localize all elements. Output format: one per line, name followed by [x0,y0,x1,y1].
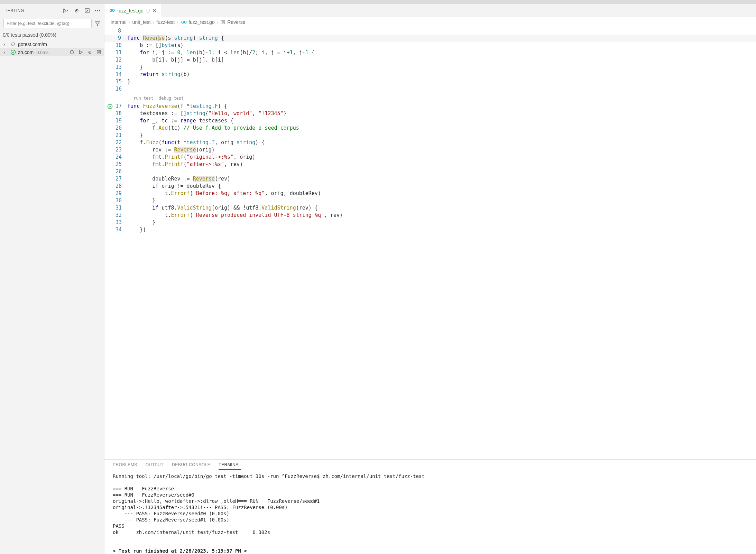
code-line[interactable]: 18 testcases := []string{"Hello, world",… [104,110,756,117]
code-content[interactable]: b := []byte(s) [127,42,756,49]
code-content[interactable]: return string(b) [127,71,756,78]
code-content[interactable]: f.Add(tc) // Use f.Add to provide a seed… [127,124,756,132]
code-line[interactable]: 14 return string(b) [104,71,756,78]
show-output-icon[interactable] [84,8,90,14]
code-content[interactable] [127,85,756,93]
tab-terminal[interactable]: TERMINAL [219,462,241,470]
terminal-output[interactable]: Running tool: /usr/local/go/bin/go test … [104,470,756,554]
svg-point-2 [95,10,96,11]
refresh-icon[interactable] [69,49,75,55]
code-content[interactable]: t.Errorf("Reverse produced invalid UTF-8… [127,212,756,219]
code-content[interactable]: for _, tc := range testcases { [127,117,756,124]
code-line[interactable]: 31 if utf8.ValidString(orig) && !utf8.Va… [104,204,756,212]
codelens[interactable]: run test|debug test [104,95,756,102]
code-content[interactable]: fmt.Printf("after->:%s", rev) [127,161,756,168]
gutter-marker [104,161,116,168]
breadcrumb-part[interactable]: unit_test [132,19,151,25]
code-content[interactable]: if orig != doubleRev { [127,183,756,190]
chevron-right-icon[interactable]: › [3,41,8,47]
code-line[interactable]: 25 fmt.Printf("after->:%s", rev) [104,161,756,168]
code-line[interactable]: 17func FuzzReverse(f *testing.F) { [104,103,756,110]
breadcrumb-part[interactable]: internal [111,19,127,25]
breadcrumb-part[interactable]: fuzz-test [156,19,175,25]
code-line[interactable]: 20 f.Add(tc) // Use f.Add to provide a s… [104,124,756,132]
code-line[interactable]: 10 b := []byte(s) [104,42,756,49]
code-line[interactable]: 11 for i, j := 0, len(b)-1; i < len(b)/2… [104,49,756,56]
code-content[interactable]: f.Fuzz(func(t *testing.T, orig string) { [127,139,756,146]
test-tree-item[interactable]: ›gotest.com/m [0,40,104,48]
codelens-debug[interactable]: debug test [159,96,184,101]
code-line[interactable]: 9func Reverse(s string) string { [104,35,756,42]
code-content[interactable]: } [127,219,756,226]
code-line[interactable]: 22 f.Fuzz(func(t *testing.T, orig string… [104,139,756,146]
testing-sidebar: TESTING 0/0 tests pas [0,4,104,554]
gutter-marker [104,226,116,233]
code-content[interactable]: for i, j := 0, len(b)-1; i < len(b)/2; i… [127,49,756,56]
code-line[interactable]: 33 } [104,219,756,226]
code-editor[interactable]: 89func Reverse(s string) string {10 b :=… [104,27,756,459]
code-line[interactable]: 23 rev := Reverse(orig) [104,146,756,154]
code-content[interactable] [127,168,756,175]
tab-fuzz-test-go[interactable]: -GO fuzz_test.go U ✕ [104,4,161,17]
code-line[interactable]: 15} [104,78,756,85]
codelens-run[interactable]: run test [133,96,154,101]
code-line[interactable]: 28 if orig != doubleRev { [104,183,756,190]
code-line[interactable]: 21 } [104,132,756,139]
gutter-marker [104,71,116,78]
svg-rect-1 [85,9,89,13]
code-line[interactable]: 8 [104,27,756,35]
code-line[interactable]: 19 for _, tc := range testcases { [104,117,756,124]
gutter-marker [104,117,116,124]
code-line[interactable]: 16 [104,85,756,93]
code-line[interactable]: 12 b[i], b[j] = b[j], b[i] [104,56,756,64]
more-actions-icon[interactable] [94,8,101,14]
code-content[interactable]: t.Errorf("Before: %q, after: %q", orig, … [127,190,756,197]
code-content[interactable]: } [127,197,756,204]
run-tests-icon[interactable] [63,8,70,14]
debug-tests-icon[interactable] [74,8,80,14]
code-content[interactable]: testcases := []string{"Hello, world", "!… [127,110,756,117]
gutter-marker [104,132,116,139]
code-line[interactable]: 34 }) [104,226,756,233]
tab-problems[interactable]: PROBLEMS [113,462,137,470]
breadcrumb-part[interactable]: fuzz_test.go [188,19,215,25]
line-number: 33 [116,219,127,226]
code-line[interactable]: 27 doubleRev := Reverse(rev) [104,175,756,183]
gutter-marker [104,139,116,146]
close-icon[interactable]: ✕ [153,8,157,13]
code-content[interactable]: }) [127,226,756,233]
code-content[interactable]: rev := Reverse(orig) [127,146,756,154]
test-pass-gutter-icon[interactable] [104,103,116,110]
breadcrumb-symbol[interactable]: Reverse [227,19,245,25]
filter-input[interactable] [3,19,92,28]
code-line[interactable]: 32 t.Errorf("Reverse produced invalid UT… [104,212,756,219]
code-content[interactable]: fmt.Printf("original->:%s", orig) [127,154,756,161]
code-content[interactable]: } [127,78,756,85]
code-content[interactable]: func FuzzReverse(f *testing.F) { [127,103,756,110]
breadcrumb[interactable]: internal › unit_test › fuzz-test › -GO f… [104,17,756,27]
code-content[interactable]: if utf8.ValidString(orig) && !utf8.Valid… [127,204,756,212]
code-line[interactable]: 13 } [104,64,756,71]
goto-icon[interactable] [96,49,102,55]
test-tree-item[interactable]: ›zh.com0.0ms [0,48,104,56]
code-line[interactable]: 26 [104,168,756,175]
code-content[interactable]: func Reverse(s string) string { [127,35,756,42]
code-content[interactable]: } [127,132,756,139]
code-content[interactable]: b[i], b[j] = b[j], b[i] [127,56,756,64]
filter-icon[interactable] [94,20,101,27]
code-line[interactable]: 30 } [104,197,756,204]
tab-output[interactable]: OUTPUT [146,462,164,470]
chevron-right-icon: › [177,19,178,25]
chevron-right-icon[interactable]: › [3,49,8,55]
code-content[interactable] [127,27,756,35]
run-icon[interactable] [78,49,84,55]
gutter-marker [104,110,116,117]
debug-icon[interactable] [87,49,93,55]
code-line[interactable]: 29 t.Errorf("Before: %q, after: %q", ori… [104,190,756,197]
code-content[interactable]: } [127,64,756,71]
code-line[interactable]: 24 fmt.Printf("original->:%s", orig) [104,154,756,161]
gutter-marker [104,56,116,64]
code-content[interactable]: doubleRev := Reverse(rev) [127,175,756,183]
tab-debug-console[interactable]: DEBUG CONSOLE [172,462,210,470]
gutter-marker [104,219,116,226]
